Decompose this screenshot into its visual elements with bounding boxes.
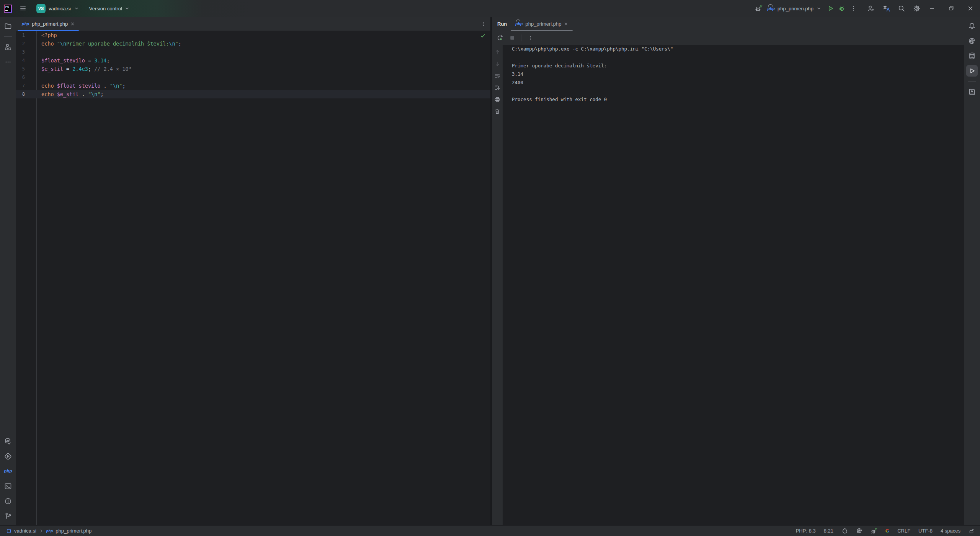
git-tool-button[interactable] [2,510,14,522]
php-version-widget[interactable]: PHP: 8.3 [796,528,816,534]
soft-wrap-button[interactable] [493,72,501,80]
more-tool-windows-button[interactable] [2,56,14,68]
structure-squares-icon [4,43,12,51]
ai-status-widget[interactable] [856,528,862,534]
debug-listener-button[interactable] [753,3,764,14]
code-text: echo $e_stil . "\n"; [36,90,104,98]
notifications-button[interactable] [966,20,978,32]
structure-tool-button[interactable] [2,41,14,53]
inspections-ok-check-icon[interactable] [480,33,486,39]
bug-listen-icon [871,528,877,534]
more-actions-button[interactable] [848,3,859,14]
run-tab-php-primeri[interactable]: php php_primeri.php [511,17,573,31]
console-output[interactable]: C:\xampp\php\php.exe -c C:\xampp\php\php… [503,45,964,525]
search-everywhere-button[interactable] [896,3,907,14]
problems-icon [4,497,12,505]
run-button[interactable] [825,3,836,14]
code-line[interactable]: 8echo $e_stil . "\n"; [16,90,490,98]
app-badge: PS [5,6,9,8]
phpstorm-logo-icon: PS [4,5,12,13]
code-text: echo $float_stevilo . "\n"; [36,82,126,90]
services-tool-button[interactable] [2,451,14,462]
run-more-options-button[interactable] [525,33,535,43]
code-text: <?php [36,31,57,39]
project-square-icon [6,528,11,534]
right-toolbar [964,17,980,525]
project-widget[interactable]: VS vadnica.si [34,3,82,14]
restore-button[interactable] [942,0,961,17]
trash-icon [494,108,500,114]
translate-button[interactable] [880,3,892,14]
line-number: 7 [16,82,36,90]
clear-console-button[interactable] [493,107,501,116]
database-panel-button[interactable] [966,50,978,62]
breadcrumb-project[interactable]: vadnica.si [14,528,36,534]
rail-divider [968,81,976,82]
google-widget[interactable]: G [885,528,889,534]
code-line[interactable]: 3 [16,48,490,56]
database-check-icon [4,438,12,445]
hamburger-icon [20,5,26,12]
settings-button[interactable] [911,3,923,14]
terminal-tool-button[interactable] [2,480,14,492]
scroll-end-icon [494,85,500,91]
encoding-widget[interactable]: UTF-8 [918,528,933,534]
run-configuration-selector[interactable]: php php_primeri.php [764,6,825,11]
droplet-icon [841,528,848,534]
line-number: 2 [16,39,36,48]
file-lock-widget[interactable] [969,528,975,534]
documentation-button[interactable] [966,86,978,98]
minimize-button[interactable] [923,0,942,17]
tab-close-icon[interactable] [70,22,75,26]
code-text: $float_stevilo = 3.14; [36,56,110,65]
editor-tab-options-button[interactable] [481,21,487,27]
main-menu-button[interactable] [17,3,29,14]
next-occurrence-button[interactable] [493,60,501,68]
bell-icon [968,22,976,30]
debug-button[interactable] [836,3,848,14]
translate-icon [882,5,890,12]
chevron-down-icon [816,6,822,11]
run-toolbar [492,31,964,45]
code-editor[interactable]: 1<?php2echo "\nPrimer uporabe decimalnih… [16,31,490,525]
version-control-label: Version control [89,6,122,11]
indent-widget[interactable]: 4 spaces [941,528,960,534]
php-icon: php [4,469,12,474]
run-tab-close-icon[interactable] [564,22,568,26]
print-button[interactable] [493,95,501,104]
version-control-widget[interactable]: Version control [87,5,132,13]
code-line[interactable]: 5$e_stil = 2.4e3; // 2.4 × 10³ [16,65,490,73]
chevron-right-icon [39,529,44,533]
scroll-to-end-button[interactable] [493,83,501,92]
caret-position-widget[interactable]: 8:21 [824,528,833,534]
problems-tool-button[interactable] [2,495,14,507]
code-line[interactable]: 6 [16,73,490,82]
editor-tab-label: php_primeri.php [32,21,68,27]
statusbar: vadnica.si php php_primeri.php PHP: 8.3 … [0,525,980,536]
code-line[interactable]: 1<?php [16,31,490,39]
run-panel-button[interactable] [966,65,978,77]
php-console-tool-button[interactable]: php [2,466,14,477]
rerun-button[interactable] [495,33,505,43]
code-line[interactable]: 2echo "\nPrimer uporabe decimalnih števi… [16,39,490,48]
editor-tab-php-primeri[interactable]: php php_primeri.php [18,17,79,31]
code-lines: 1<?php2echo "\nPrimer uporabe decimalnih… [16,31,490,98]
code-line[interactable]: 7echo $float_stevilo . "\n"; [16,82,490,90]
rail-divider [4,36,12,37]
project-tool-button[interactable] [2,20,14,32]
prev-occurrence-button[interactable] [493,48,501,56]
debug-listener-widget[interactable] [871,528,877,534]
close-button[interactable] [961,0,980,17]
code-with-me-button[interactable] [865,3,877,14]
stop-button[interactable] [507,33,517,43]
console-line: C:\xampp\php\php.exe -c C:\xampp\php\php… [512,45,964,53]
breadcrumb-file[interactable]: php_primeri.php [56,528,91,534]
ai-assistant-button[interactable] [966,35,978,47]
line-number: 4 [16,56,36,65]
database-tool-button[interactable] [2,436,14,447]
inspection-highlight-widget[interactable] [841,528,848,534]
printer-icon [494,96,500,103]
line-separator-widget[interactable]: CRLF [897,528,910,534]
gutter-separator [36,31,37,525]
code-line[interactable]: 4$float_stevilo = 3.14; [16,56,490,65]
